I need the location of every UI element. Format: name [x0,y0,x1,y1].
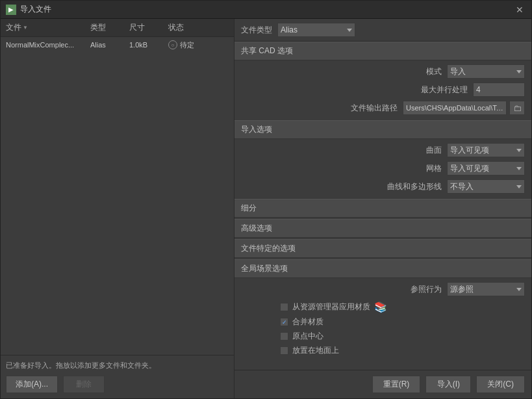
file-type-select[interactable]: Alias [277,23,355,37]
import-options-form: 曲面 导入可见项 全部导入 不导入 网格 [234,139,531,198]
file-specific-header[interactable]: 文件特定的选项 [234,239,531,258]
file-type-bar: 文件类型 Alias [234,19,531,42]
bottom-spacer [234,360,531,370]
ref-behavior-control: 源参照 复制 实例化 [447,282,525,296]
status-dot-icon: ○ [168,40,177,49]
parallel-row: 最大并行处理 ▲ ▼ [241,83,525,97]
parallel-value-input[interactable] [474,85,531,94]
remove-button[interactable]: 删除 [63,376,105,393]
mesh-row: 网格 导入可见项 全部导入 不导入 [241,161,525,175]
place-on-ground-checkbox[interactable] [280,346,288,355]
curves-row: 曲线和多边形线 不导入 全部导入 导入可见项 [241,179,525,194]
file-type-cell: Alias [90,41,129,49]
file-type-label: 文件类型 [241,25,272,36]
file-row[interactable]: NormalMixComplec... Alias 1.0kB ○ 待定 [1,37,234,53]
cad-options-header: 共享 CAD 选项 [234,42,531,60]
origin-center-label: 原点中心 [292,331,323,342]
window-icon: ▶ [6,5,16,15]
file-status-cell: ○ 待定 [168,40,220,50]
curves-select[interactable]: 不导入 全部导入 导入可见项 [447,179,525,194]
parallel-spinner: ▲ ▼ [473,83,525,97]
subdivision-header[interactable]: 细分 [234,199,531,218]
output-path-control: 🗀 [403,101,525,115]
surface-row: 曲面 导入可见项 全部导入 不导入 [241,143,525,157]
parallel-label: 最大并行处理 [421,84,468,96]
right-scroll-area: 共享 CAD 选项 模式 导入 参考 复制 最大并行处理 [234,42,531,370]
advanced-options-header[interactable]: 高级选项 [234,219,531,238]
output-path-input[interactable] [403,101,507,115]
place-on-ground-label: 放置在地面上 [292,345,339,356]
check-row-merge: ✓ 合并材质 [241,316,525,328]
surface-select[interactable]: 导入可见项 全部导入 不导入 [447,143,525,157]
close-icon[interactable]: ✕ [513,3,526,16]
check-row-ground: 放置在地面上 [241,345,525,356]
global-scene-header[interactable]: 全局场景选项 [234,259,531,278]
file-type-control: Alias [277,23,355,37]
check-row-materials: 从资源管理器应用材质 📚 [241,300,525,313]
mode-select[interactable]: 导入 参考 复制 [447,64,525,79]
file-table-header: 文件 ▼ 类型 尺寸 状态 [1,19,234,37]
mode-row: 模式 导入 参考 复制 [241,64,525,79]
right-panel: 文件类型 Alias 共享 CAD 选项 模式 导入 [234,19,531,398]
add-button[interactable]: 添加(A)... [6,376,58,393]
material-library-icon: 📚 [374,300,387,313]
action-bar: 重置(R) 导入(I) 关闭(C) [234,370,531,398]
mesh-control: 导入可见项 全部导入 不导入 [447,161,525,175]
output-path-row: 文件输出路径 🗀 [241,101,525,115]
browse-folder-button[interactable]: 🗀 [509,101,525,115]
col-size-header: 尺寸 [129,22,168,33]
file-list: NormalMixComplec... Alias 1.0kB ○ 待定 [1,37,234,355]
mode-label: 模式 [426,66,442,77]
merge-materials-checkbox[interactable]: ✓ [280,318,288,326]
cad-options-form: 模式 导入 参考 复制 最大并行处理 [234,60,531,119]
surface-control: 导入可见项 全部导入 不导入 [447,143,525,157]
ref-behavior-select[interactable]: 源参照 复制 实例化 [447,282,525,296]
curves-label: 曲线和多边形线 [387,181,442,192]
parallel-control: ▲ ▼ [473,83,525,97]
global-scene-form: 参照行为 源参照 复制 实例化 从资源管理器应用材质 [234,278,531,360]
reset-button[interactable]: 重置(R) [372,376,421,393]
curves-control: 不导入 全部导入 导入可见项 [447,179,525,194]
apply-materials-checkbox[interactable] [280,303,288,311]
import-options-header: 导入选项 [234,120,531,139]
sort-arrow-icon: ▼ [23,25,28,31]
origin-center-checkbox[interactable] [280,332,288,341]
title-bar: ▶ 导入文件 ✕ [1,1,531,19]
ref-behavior-label: 参照行为 [411,284,442,295]
close-button[interactable]: 关闭(C) [476,376,525,393]
mode-control: 导入 参考 复制 [447,64,525,79]
col-file-header: 文件 ▼ [6,22,90,33]
import-button[interactable]: 导入(I) [425,376,471,393]
import-file-window: ▶ 导入文件 ✕ 文件 ▼ 类型 尺寸 状态 NormalMixComplec.… [0,0,532,399]
col-type-header: 类型 [90,22,129,33]
status-text: 已准备好导入。拖放以添加更多文件和文件夹。 [6,361,229,370]
left-bottom: 已准备好导入。拖放以添加更多文件和文件夹。 添加(A)... 删除 [1,355,234,398]
col-status-header: 状态 [168,22,220,33]
left-panel: 文件 ▼ 类型 尺寸 状态 NormalMixComplec... Alias … [1,19,234,398]
ref-behavior-row: 参照行为 源参照 复制 实例化 [241,282,525,296]
file-name-cell: NormalMixComplec... [6,41,90,49]
check-row-origin: 原点中心 [241,331,525,342]
apply-materials-label: 从资源管理器应用材质 [292,302,370,313]
main-content: 文件 ▼ 类型 尺寸 状态 NormalMixComplec... Alias … [1,19,531,398]
file-size-cell: 1.0kB [129,41,168,49]
surface-label: 曲面 [426,145,442,156]
mesh-select[interactable]: 导入可见项 全部导入 不导入 [447,161,525,175]
output-path-label: 文件输出路径 [351,103,398,114]
bottom-buttons: 添加(A)... 删除 [6,376,229,393]
window-title: 导入文件 [20,4,513,15]
merge-materials-label: 合并材质 [292,316,323,328]
mesh-label: 网格 [426,163,442,174]
